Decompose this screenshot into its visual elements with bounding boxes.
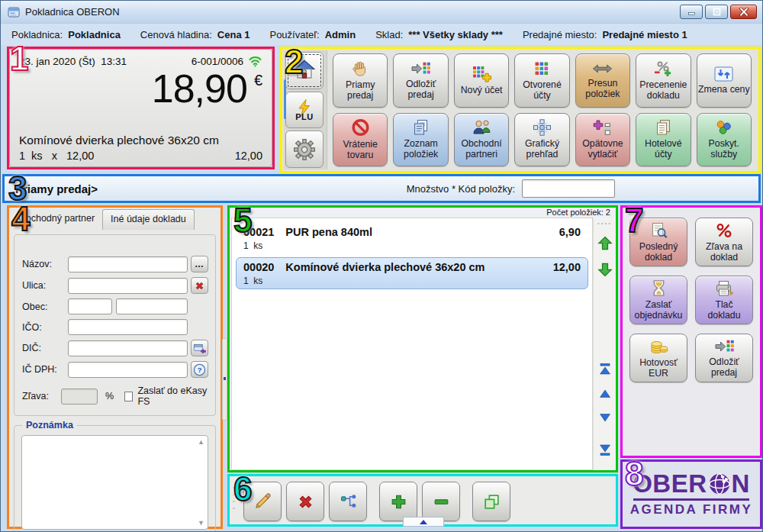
send-order-icon	[649, 279, 668, 298]
graficky-prehlad-button[interactable]: Grafický prehľad	[514, 113, 569, 167]
precenenie-dokladu-button[interactable]: Precenenie dokladu	[636, 53, 691, 108]
move-item-down-button[interactable]	[597, 262, 613, 277]
dic-input[interactable]	[68, 340, 188, 356]
field-label: Obec:	[22, 301, 68, 312]
scroll-up-icon[interactable]: ▲	[198, 438, 204, 446]
otvorene-ucty-button[interactable]: Otvorené účty	[514, 53, 569, 108]
zmena-ceny-button[interactable]: Zmena ceny	[697, 53, 752, 108]
obchodni-partneri-button[interactable]: Obchodní partneri	[454, 113, 509, 167]
item-price: 12,00	[553, 261, 581, 273]
panel-splitter-handle[interactable]	[222, 338, 227, 421]
reprint-icon	[592, 118, 613, 137]
close-button[interactable]	[730, 5, 757, 19]
home-button[interactable]	[285, 52, 324, 89]
note-textarea[interactable]: ▲ ▼	[21, 435, 208, 530]
logo-letter: N	[732, 471, 750, 496]
ico-input[interactable]	[68, 319, 188, 335]
button-label: Zľava na doklad	[706, 242, 742, 263]
status-pair: Sklad:*** Všetky sklady ***	[375, 29, 503, 40]
settings-button[interactable]	[285, 131, 324, 168]
logo-letter: B	[652, 471, 671, 496]
item-name: Komínové dvierka plechové 36x20 cm	[285, 261, 485, 273]
list-item[interactable]: 00020Komínové dvierka plechové 36x20 cm1…	[236, 257, 588, 289]
button-label: Poskyt. služby	[709, 139, 739, 160]
maximize-button[interactable]	[705, 5, 728, 19]
delete-icon	[296, 492, 315, 511]
nav-prev-button[interactable]	[598, 389, 612, 399]
new-account-icon	[472, 65, 492, 83]
scroll-down-icon[interactable]: ▼	[198, 519, 204, 527]
title-bar: Pokladnica OBERON	[1, 1, 762, 24]
button-label: Odložiť predaj	[709, 357, 739, 379]
status-value: *** Všetky sklady ***	[408, 29, 503, 40]
display-qty-line: 1 ks x 12,00	[19, 150, 94, 162]
tab-obchodny-partner[interactable]: Obchodný partner	[11, 209, 102, 230]
tlac-dokladu-button[interactable]: Tlač dokladu	[695, 276, 753, 324]
obec-code-input[interactable]	[68, 298, 112, 314]
zaslat-objednavku-button[interactable]: Zaslať objednávku	[629, 276, 687, 324]
sale-mode-title: Priamy predaj>	[15, 182, 98, 195]
item-qty: 1 ks	[243, 276, 581, 286]
zlava-na-doklad-button[interactable]: Zľava na doklad	[695, 218, 753, 266]
item-code-input[interactable]	[522, 179, 615, 198]
button-label: Nový účet	[461, 85, 503, 96]
ekasa-checkbox[interactable]	[124, 392, 133, 401]
hotovost-eur-button[interactable]: Hotovosť EUR	[629, 334, 687, 382]
status-pair: Predajné miesto:Predajné miesto 1	[523, 29, 687, 40]
novy-ucet-button[interactable]: Nový účet	[454, 53, 509, 108]
sale-mode-bar: Priamy predaj> Množstvo * Kód položky:	[2, 174, 761, 203]
nav-next-button[interactable]	[598, 412, 612, 423]
nazov-input[interactable]	[68, 256, 188, 272]
pencil-icon	[253, 492, 272, 511]
clear-partner-button[interactable]	[191, 277, 208, 294]
toolbar-collapse-tab[interactable]	[403, 517, 444, 527]
icdph-help-button[interactable]: ?	[191, 361, 208, 378]
priamy-predaj-button[interactable]: Priamy predaj	[333, 53, 388, 108]
move-item-up-button[interactable]	[597, 236, 613, 251]
status-pair: Používateľ:Admin	[269, 29, 356, 40]
duplicate-item-button[interactable]	[472, 482, 510, 521]
display-item-name: Komínové dvierka plechové 36x20 cm	[19, 134, 262, 147]
display-total: 18,90€	[19, 69, 262, 109]
button-label: Odložiť predaj	[406, 79, 436, 101]
odlozit-predaj-right-button[interactable]: Odložiť predaj	[695, 334, 753, 382]
posledny-doklad-button[interactable]: Posledný doklad	[629, 218, 687, 266]
minimize-button[interactable]	[680, 5, 703, 19]
nav-down-icon	[598, 412, 612, 423]
nav-first-button[interactable]	[598, 363, 612, 376]
ulica-input[interactable]	[68, 278, 188, 294]
poskyt-sluzby-button[interactable]: Poskyt. služby	[697, 113, 752, 167]
odlozit-predaj-button[interactable]: Odložiť predaj	[393, 53, 448, 108]
split-icon	[339, 492, 358, 511]
display-panel-region: 23. jan 2020 (Št) 13:31 6-001/0006 18,90…	[7, 47, 275, 169]
app-window: Pokladnica OBERON Pokladnica:PokladnicaC…	[0, 0, 763, 532]
field-label: Názov:	[22, 259, 68, 269]
currency-symbol: €	[254, 69, 262, 88]
logo-letter: E	[671, 471, 689, 496]
item-list-icon	[411, 118, 430, 137]
split-item-button[interactable]	[329, 482, 367, 521]
hotelove-ucty-button[interactable]: Hotelové účty	[636, 113, 691, 167]
obec-input[interactable]	[116, 298, 188, 314]
decrease-qty-button[interactable]	[422, 482, 460, 521]
opatovne-vytlacit-button[interactable]: Opätovne vytlačiť	[575, 113, 630, 167]
nav-last-button[interactable]	[598, 443, 612, 456]
tab-ine-udaje-dokladu[interactable]: Iné údaje dokladu	[102, 209, 195, 230]
icdph-input[interactable]	[68, 362, 188, 378]
zoznam-poloziek-button[interactable]: Zoznam položiek	[393, 113, 448, 167]
verify-dic-button[interactable]	[191, 340, 208, 356]
percent-unit: %	[105, 391, 114, 401]
form-row: Obec:	[22, 298, 209, 314]
discount-input[interactable]	[61, 389, 98, 405]
increase-qty-button[interactable]	[379, 482, 417, 521]
lookup-ellipsis-button[interactable]: …	[191, 256, 208, 272]
item-count-label: Počet položiek: 2	[230, 208, 616, 218]
edit-item-button[interactable]	[243, 482, 282, 521]
logo-letter: R	[688, 471, 707, 496]
delete-item-button[interactable]	[286, 482, 324, 521]
vratenie-tovaru-button[interactable]: Vrátenie tovaru	[333, 113, 388, 167]
list-item[interactable]: 00021PUR pena 840ml6,901 ks	[236, 222, 588, 254]
green-up-icon	[597, 236, 613, 251]
plu-button[interactable]: PLU	[285, 92, 324, 129]
presun-poloziek-button[interactable]: Presun položiek	[575, 53, 630, 108]
